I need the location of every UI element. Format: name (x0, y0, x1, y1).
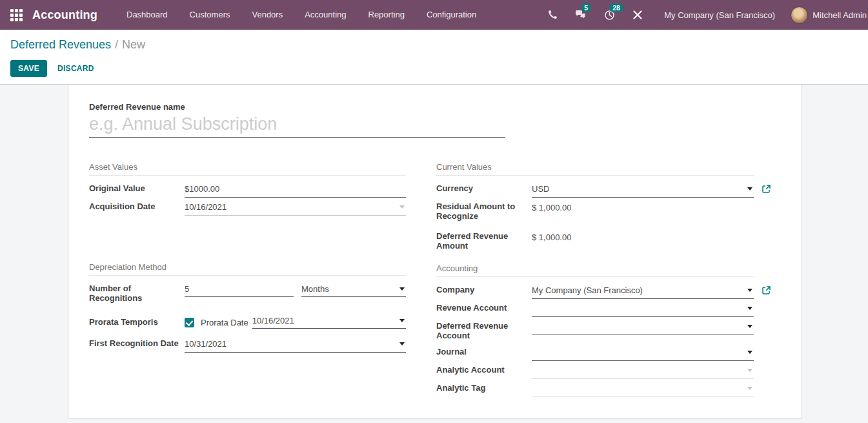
discard-button[interactable]: DISCARD (57, 64, 94, 73)
menu-accounting[interactable]: Accounting (294, 0, 357, 30)
section-current-values: Current Values Currency USD Residual Amo… (436, 162, 754, 253)
activities-button[interactable]: 28 (598, 0, 620, 30)
analytic-tag-select[interactable] (532, 380, 754, 397)
avatar (791, 6, 808, 24)
field-revenue-account: Revenue Account (436, 300, 754, 317)
field-analytic-account: Analytic Account (436, 362, 754, 379)
breadcrumb-separator: / (115, 38, 118, 51)
main-menu: Dashboard Customers Vendors Accounting R… (116, 0, 487, 30)
recognitions-period-select[interactable]: Months (301, 281, 406, 297)
developer-tools-icon (632, 10, 643, 20)
currency-select[interactable]: USD (532, 180, 754, 198)
breadcrumb-parent-link[interactable]: Deferred Revenues (10, 38, 111, 51)
deferred-amount-value: $ 1,000.00 (532, 228, 754, 245)
section-title: Accounting (436, 263, 754, 277)
chevron-down-icon (747, 289, 752, 292)
record-name-input[interactable] (89, 113, 505, 138)
original-value-input[interactable]: $1000.00 (185, 180, 406, 198)
chevron-down-icon (747, 325, 752, 328)
field-label: Prorata Temporis (89, 314, 185, 329)
field-prorata-temporis: Prorata Temporis Prorata Date 10/16/2021 (89, 314, 406, 331)
chevron-down-icon (399, 342, 405, 346)
section-title: Current Values (436, 162, 754, 176)
apps-grid-icon (10, 9, 23, 21)
deferred-revenue-account-select[interactable] (532, 318, 754, 335)
residual-amount-value: $ 1,000.00 (532, 198, 754, 216)
breadcrumb: Deferred Revenues/New (10, 38, 858, 52)
phone-icon (547, 10, 558, 20)
field-first-recognition-date: First Recognition Date 10/31/2021 (89, 335, 406, 353)
field-analytic-tag: Analytic Tag (436, 380, 754, 397)
field-currency: Currency USD (436, 180, 754, 198)
chevron-down-icon (747, 351, 752, 354)
field-deferred-revenue-account: Deferred Revenue Account (436, 318, 754, 343)
field-acquisition-date: Acquisition Date 10/16/2021 (89, 198, 406, 216)
right-column: Current Values Currency USD Residual Amo… (436, 162, 754, 398)
field-number-of-recognitions: Number of Recognitions 5 Months (89, 280, 406, 305)
currency-external-link-icon[interactable] (762, 184, 771, 194)
action-buttons: SAVE DISCARD (10, 60, 858, 77)
prorata-temporis-checkbox[interactable] (185, 318, 194, 327)
field-original-value: Original Value $1000.00 (89, 180, 406, 198)
prorata-date-input[interactable]: 10/16/2021 (252, 316, 406, 329)
section-asset-values: Asset Values Original Value $1000.00 Acq… (89, 162, 406, 216)
menu-vendors[interactable]: Vendors (241, 0, 294, 30)
field-label: Deferred Revenue Amount (436, 228, 532, 253)
field-journal: Journal (436, 344, 754, 361)
form-sheet: Deferred Revenue name Asset Values Origi… (68, 85, 802, 418)
chevron-down-icon (399, 205, 405, 209)
field-label: Original Value (89, 180, 185, 196)
company-select[interactable]: My Company (San Francisco) (532, 282, 754, 299)
field-label: Analytic Account (436, 362, 532, 377)
field-company: Company My Company (San Francisco) (436, 282, 754, 299)
chevron-down-icon (747, 187, 752, 191)
menu-customers[interactable]: Customers (179, 0, 241, 30)
user-name: Mitchell Admin (812, 10, 867, 20)
voip-button[interactable] (541, 0, 563, 30)
field-label: First Recognition Date (89, 335, 185, 351)
systray: 5 28 My Company (San Francisco) Mitchell… (541, 0, 868, 30)
company-switcher[interactable]: My Company (San Francisco) (655, 10, 784, 20)
journal-select[interactable] (532, 344, 754, 361)
acquisition-date-input[interactable]: 10/16/2021 (185, 198, 406, 216)
field-label: Company (436, 282, 532, 297)
breadcrumb-current: New (122, 38, 145, 51)
section-title: Depreciation Method (89, 262, 406, 276)
menu-reporting[interactable]: Reporting (358, 0, 416, 30)
analytic-account-select[interactable] (532, 362, 754, 379)
apps-menu-button[interactable] (5, 0, 27, 30)
chevron-down-icon (399, 287, 405, 291)
form-view: Deferred Revenue name Asset Values Origi… (0, 85, 868, 423)
chevron-down-icon (747, 387, 752, 390)
messages-button[interactable]: 5 (570, 0, 592, 30)
control-panel: Deferred Revenues/New SAVE DISCARD (0, 30, 868, 85)
recognitions-count-input[interactable]: 5 (185, 281, 294, 297)
record-name-label: Deferred Revenue name (89, 102, 781, 112)
field-deferred-amount: Deferred Revenue Amount $ 1,000.00 (436, 228, 754, 253)
revenue-account-select[interactable] (532, 300, 754, 317)
chevron-down-icon (747, 307, 752, 310)
field-residual-amount: Residual Amount to Recognize $ 1,000.00 (436, 198, 754, 223)
messages-badge: 5 (581, 3, 591, 12)
left-column: Asset Values Original Value $1000.00 Acq… (89, 162, 406, 398)
save-button[interactable]: SAVE (10, 60, 47, 77)
chevron-down-icon (399, 319, 405, 322)
user-menu[interactable]: Mitchell Admin (791, 6, 868, 24)
field-label: Deferred Revenue Account (436, 318, 532, 343)
chevron-down-icon (747, 369, 752, 372)
menu-dashboard[interactable]: Dashboard (116, 0, 179, 30)
app-title[interactable]: Accounting (32, 8, 97, 22)
field-label: Analytic Tag (436, 380, 532, 395)
field-label: Number of Recognitions (89, 280, 185, 305)
developer-tools-button[interactable] (627, 0, 649, 30)
first-recognition-date-input[interactable]: 10/31/2021 (185, 335, 406, 353)
field-label: Journal (436, 344, 532, 359)
company-external-link-icon[interactable] (762, 285, 771, 295)
field-label: Currency (436, 180, 532, 196)
activities-badge: 28 (609, 3, 623, 12)
section-title: Asset Values (89, 162, 406, 176)
field-label: Revenue Account (436, 300, 532, 315)
menu-configuration[interactable]: Configuration (416, 0, 487, 30)
field-label: Residual Amount to Recognize (436, 198, 532, 223)
section-depreciation-method: Depreciation Method Number of Recognitio… (89, 262, 406, 353)
